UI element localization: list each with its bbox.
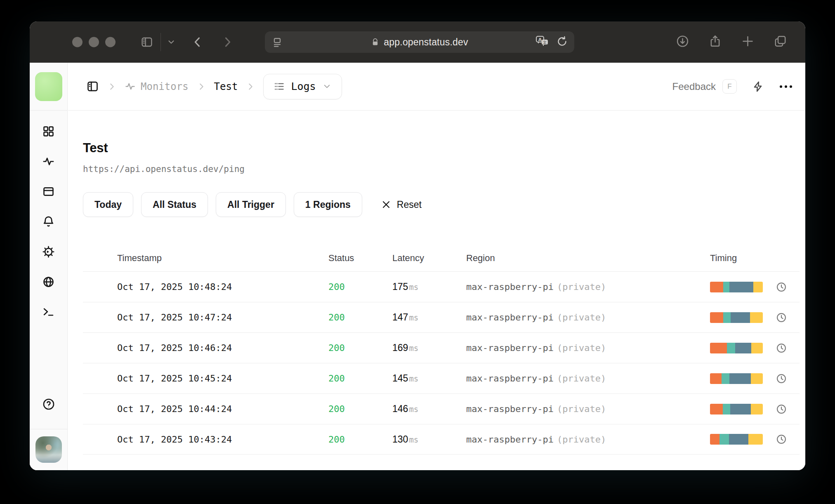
col-latency: Latency [392, 253, 466, 264]
clock-icon [776, 342, 787, 354]
breadcrumb-monitors[interactable]: Monitors [125, 81, 189, 92]
download-icon[interactable] [676, 35, 689, 50]
log-row[interactable]: Oct 17, 2025 10:45:24 200 145ms max-rasp… [83, 363, 800, 393]
log-region: max-raspberry-pi [466, 373, 554, 384]
page-title: Test [83, 141, 800, 155]
close-button[interactable] [72, 37, 83, 47]
openstatus-app: Monitors Test Logs [30, 63, 805, 470]
main-content: Test https://api.openstatus.dev/ping Tod… [68, 111, 805, 470]
sidebar-item-global[interactable] [42, 276, 55, 288]
clock-icon [776, 312, 787, 323]
chevron-down-icon[interactable] [167, 38, 176, 47]
tab-overview-icon[interactable] [774, 35, 787, 50]
sidebar-item-cli[interactable] [42, 306, 55, 318]
col-timing: Timing [710, 253, 800, 264]
svg-text:文: 文 [543, 40, 547, 45]
reset-filters-button[interactable]: Reset [381, 199, 422, 210]
clock-icon [776, 403, 787, 415]
sidebar-item-settings[interactable] [42, 245, 55, 258]
log-timestamp: Oct 17, 2025 10:46:24 [117, 343, 328, 353]
log-row[interactable]: Oct 17, 2025 10:44:24 200 146ms max-rasp… [83, 393, 800, 424]
app-sidebar [30, 63, 68, 470]
sidebar-item-status-pages[interactable] [42, 185, 55, 198]
log-region: max-raspberry-pi [466, 282, 554, 292]
log-timestamp: Oct 17, 2025 10:47:24 [117, 312, 328, 323]
workspace-logo[interactable] [35, 72, 62, 101]
timing-bar [710, 404, 763, 415]
log-latency: 145 [392, 373, 408, 384]
log-status: 200 [328, 404, 392, 414]
help-icon[interactable] [42, 398, 55, 412]
col-region: Region [466, 253, 710, 264]
traffic-lights [72, 37, 116, 47]
reload-icon[interactable] [557, 36, 568, 49]
col-timestamp: Timestamp [117, 253, 328, 264]
breadcrumb-chevron-icon [107, 82, 116, 91]
status-filter-button[interactable]: All Status [141, 192, 208, 217]
browser-titlebar: app.openstatus.dev A 文 [30, 21, 805, 63]
regions-filter-button[interactable]: 1 Regions [294, 192, 362, 217]
more-menu-icon[interactable] [780, 85, 792, 88]
sidebar-item-notifications[interactable] [42, 215, 55, 228]
list-icon [274, 81, 285, 92]
zap-icon[interactable] [752, 80, 764, 93]
breadcrumb-chevron-icon [197, 82, 206, 91]
app-header: Monitors Test Logs [68, 63, 805, 111]
clock-icon [776, 281, 787, 293]
date-filter-button[interactable]: Today [83, 192, 133, 217]
zoom-button[interactable] [105, 37, 116, 47]
log-latency: 130 [392, 434, 408, 445]
log-region: max-raspberry-pi [466, 404, 554, 414]
monitor-endpoint: https://api.openstatus.dev/ping [83, 164, 800, 174]
logs-table: Timestamp Status Latency Region Timing O… [83, 245, 800, 455]
address-bar[interactable]: app.openstatus.dev A 文 [265, 31, 574, 53]
log-latency: 147 [392, 312, 408, 323]
log-latency: 169 [392, 342, 408, 353]
feedback-shortcut-badge: F [722, 79, 737, 94]
svg-text:A: A [538, 37, 542, 42]
log-row[interactable]: Oct 17, 2025 10:43:24 200 130ms max-rasp… [83, 424, 800, 455]
logs-dropdown-label: Logs [291, 80, 316, 92]
breadcrumb-test[interactable]: Test [214, 81, 238, 92]
feedback-button[interactable]: Feedback [672, 81, 716, 92]
log-region: max-raspberry-pi [466, 343, 554, 353]
sidebar-divider [30, 429, 67, 429]
logs-dropdown[interactable]: Logs [263, 74, 342, 99]
trigger-filter-button[interactable]: All Trigger [216, 192, 286, 217]
share-icon[interactable] [708, 35, 722, 50]
minimize-button[interactable] [89, 37, 99, 47]
forward-icon[interactable] [220, 35, 234, 49]
log-row[interactable]: Oct 17, 2025 10:46:24 200 169ms max-rasp… [83, 332, 800, 363]
timing-bar [710, 343, 763, 353]
timing-bar [710, 434, 763, 445]
log-timestamp: Oct 17, 2025 10:45:24 [117, 373, 328, 384]
toolbar-divider [160, 33, 161, 51]
close-icon [381, 200, 391, 210]
sidebar-item-monitors[interactable] [42, 155, 55, 168]
log-timestamp: Oct 17, 2025 10:43:24 [117, 434, 328, 445]
translate-icon[interactable]: A 文 [535, 35, 549, 49]
panel-toggle-icon[interactable] [86, 80, 99, 93]
back-icon[interactable] [191, 35, 205, 49]
log-status: 200 [328, 434, 392, 445]
address-text[interactable]: app.openstatus.dev [384, 37, 468, 48]
new-tab-icon[interactable] [741, 35, 755, 50]
breadcrumb-chevron-icon [246, 82, 255, 91]
timing-bar [710, 312, 763, 323]
clock-icon [776, 373, 787, 384]
log-timestamp: Oct 17, 2025 10:48:24 [117, 282, 328, 292]
filter-bar: Today All Status All Trigger 1 Regions R… [83, 192, 800, 217]
log-status: 200 [328, 373, 392, 384]
log-status: 200 [328, 343, 392, 353]
lock-icon [371, 38, 380, 47]
log-status: 200 [328, 312, 392, 323]
browser-window: app.openstatus.dev A 文 [30, 21, 805, 470]
sidebar-item-dashboard[interactable] [42, 125, 55, 138]
chevron-down-icon [322, 82, 332, 91]
table-header: Timestamp Status Latency Region Timing [83, 245, 800, 271]
log-timestamp: Oct 17, 2025 10:44:24 [117, 404, 328, 414]
sidebar-toggle-icon[interactable] [140, 35, 153, 49]
log-row[interactable]: Oct 17, 2025 10:48:24 200 175ms max-rasp… [83, 271, 800, 302]
log-row[interactable]: Oct 17, 2025 10:47:24 200 147ms max-rasp… [83, 302, 800, 332]
user-avatar[interactable] [35, 436, 62, 463]
